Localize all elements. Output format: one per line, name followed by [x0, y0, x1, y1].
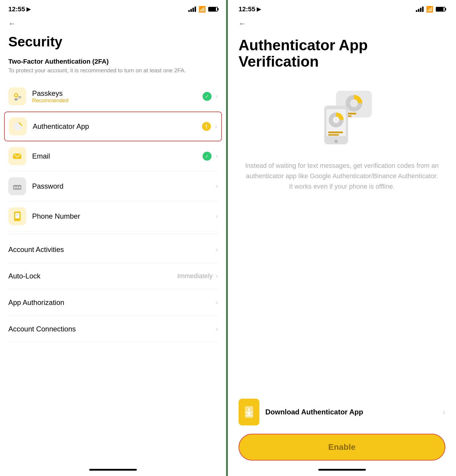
- chevron-passkeys: ›: [216, 93, 218, 100]
- right-panel: 12:55 ▶ 📶 ← Authenticator App Verificati…: [228, 0, 456, 476]
- auth-illustration: [309, 88, 375, 148]
- home-indicator-left: [89, 469, 137, 471]
- plain-item-account-activities[interactable]: Account Activities ›: [8, 237, 218, 263]
- chevron-phone: ›: [216, 212, 218, 220]
- password-label-wrap: Password: [32, 182, 216, 190]
- auto-lock-value: Immediately: [177, 272, 213, 280]
- spacer: [239, 210, 445, 399]
- security-item-passkeys[interactable]: Passkeys Recommended ✓ ›: [8, 82, 218, 112]
- chevron-download: ›: [443, 408, 445, 417]
- status-left: 12:55 ▶: [8, 5, 31, 13]
- plain-item-app-authorization[interactable]: App Authorization ›: [8, 289, 218, 316]
- download-row[interactable]: Download Authenticator App ›: [239, 399, 445, 425]
- chevron-auth: ›: [215, 123, 217, 130]
- authenticator-icon: [9, 118, 27, 135]
- chevron-app-auth: ›: [216, 299, 218, 306]
- phone-label: Phone Number: [32, 212, 216, 220]
- chevron-auto-lock: ›: [216, 272, 218, 280]
- password-icon: [8, 177, 26, 195]
- email-status: ✓: [203, 152, 211, 161]
- passkeys-status: ✓: [203, 92, 211, 101]
- security-item-phone[interactable]: Phone Number ›: [8, 201, 218, 231]
- svg-point-7: [16, 124, 20, 129]
- home-indicator-right: [318, 469, 366, 471]
- passkeys-icon: [8, 87, 26, 105]
- auto-lock-label: Auto-Lock: [8, 272, 40, 280]
- wifi-icon-right: 📶: [426, 6, 433, 13]
- time-right: 12:55: [239, 5, 255, 13]
- svg-rect-3: [18, 96, 21, 97]
- svg-rect-5: [19, 97, 20, 99]
- svg-rect-13: [14, 185, 21, 186]
- time-left: 12:55: [8, 5, 25, 13]
- download-label: Download Authenticator App: [265, 408, 363, 416]
- signal-bars-right: [416, 7, 424, 12]
- page-title-right: Authenticator App Verification: [239, 37, 445, 70]
- email-label-wrap: Email: [32, 152, 203, 160]
- chevron-connections: ›: [216, 325, 218, 333]
- auth-status: !: [202, 122, 211, 131]
- security-item-email[interactable]: Email ✓ ›: [8, 141, 218, 171]
- battery-icon-left: [208, 7, 218, 12]
- plain-item-auto-lock[interactable]: Auto-Lock Immediately ›: [8, 263, 218, 289]
- password-label: Password: [32, 182, 216, 190]
- svg-rect-17: [16, 215, 18, 216]
- battery-icon-right: [436, 7, 445, 12]
- twofa-label: Two-Factor Authentication (2FA): [8, 58, 218, 65]
- plain-item-account-connections[interactable]: Account Connections ›: [8, 316, 218, 342]
- passkeys-label-wrap: Passkeys Recommended: [32, 89, 203, 104]
- download-icon: [239, 399, 259, 425]
- left-panel: 12:55 ▶ 📶 ← Security Two-Factor Authenti…: [0, 0, 228, 476]
- svg-point-10: [14, 187, 16, 188]
- account-connections-label: Account Connections: [8, 325, 76, 333]
- phone-icon: [8, 207, 26, 225]
- back-button-left[interactable]: ←: [8, 19, 20, 28]
- security-item-authenticator[interactable]: Authenticator App ! ›: [4, 112, 222, 141]
- account-connections-right: ›: [216, 325, 218, 333]
- svg-rect-4: [20, 96, 21, 98]
- status-right-right: 📶: [416, 6, 445, 13]
- app-authorization-right: ›: [216, 299, 218, 306]
- wifi-icon-left: 📶: [198, 6, 206, 13]
- chevron-password: ›: [216, 182, 218, 190]
- status-bar-left: 12:55 ▶ 📶: [8, 0, 218, 16]
- location-icon-right: ▶: [257, 6, 261, 12]
- security-item-password[interactable]: Password ›: [8, 171, 218, 201]
- check-icon-email: ✓: [203, 152, 211, 161]
- svg-point-18: [17, 219, 18, 220]
- account-activities-label: Account Activities: [8, 245, 64, 254]
- svg-point-11: [17, 187, 18, 188]
- chevron-activities: ›: [216, 246, 218, 253]
- svg-rect-30: [328, 134, 339, 136]
- svg-point-31: [334, 140, 338, 143]
- twofa-desc: To protect your account, it is recommend…: [8, 67, 218, 75]
- location-icon-left: ▶: [26, 6, 31, 12]
- svg-point-22: [350, 99, 358, 107]
- page-title-left: Security: [8, 34, 218, 49]
- passkeys-sub-label: Recommended: [32, 98, 203, 104]
- app-authorization-label: App Authorization: [8, 298, 64, 307]
- back-button-right[interactable]: ←: [239, 19, 250, 28]
- warn-icon-auth: !: [202, 122, 211, 131]
- svg-rect-16: [16, 214, 19, 215]
- auth-label-wrap: Authenticator App: [33, 122, 202, 131]
- enable-button[interactable]: Enable: [239, 434, 445, 461]
- svg-point-28: [333, 117, 339, 123]
- phone-label-wrap: Phone Number: [32, 212, 216, 220]
- auto-lock-right: Immediately ›: [177, 272, 218, 280]
- svg-point-2: [15, 94, 17, 96]
- check-icon-passkeys: ✓: [203, 92, 211, 101]
- auth-description: Instead of waiting for text messages, ge…: [239, 160, 445, 192]
- status-bar-right: 12:55 ▶ 📶: [239, 0, 445, 16]
- auth-label: Authenticator App: [33, 122, 202, 131]
- account-activities-right: ›: [216, 246, 218, 253]
- chevron-email: ›: [216, 152, 218, 160]
- email-icon: [8, 147, 26, 165]
- passkeys-label: Passkeys: [32, 89, 203, 98]
- illustration-container: [239, 88, 445, 148]
- svg-point-12: [19, 187, 21, 188]
- svg-rect-29: [328, 131, 343, 133]
- status-left-right: 12:55 ▶: [239, 5, 261, 13]
- svg-rect-1: [15, 98, 18, 101]
- email-label: Email: [32, 152, 203, 160]
